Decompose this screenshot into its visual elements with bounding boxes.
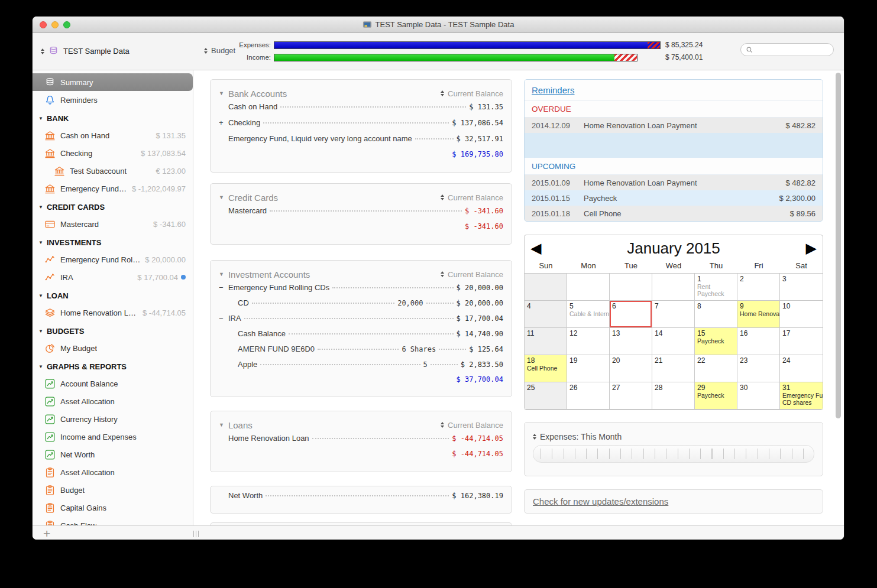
calendar-cell-1[interactable]: 1RentPaycheck	[695, 274, 737, 301]
calendar-cell-24[interactable]: 24	[780, 355, 823, 382]
row-prefix: −	[219, 314, 228, 323]
calendar-cell-8[interactable]: 8	[695, 301, 737, 328]
sidebar-item-summary[interactable]: Summary	[33, 73, 193, 91]
calendar-cell-10[interactable]: 10	[780, 301, 823, 328]
reminders-link[interactable]: Reminders	[532, 85, 575, 95]
add-account-button[interactable]: +	[43, 528, 50, 540]
expenses-month-header[interactable]: Expenses: This Month	[533, 430, 814, 444]
calendar-cell-3[interactable]: 3	[780, 274, 823, 301]
sidebar-item-mastercard[interactable]: Mastercard$ -341.60	[33, 215, 193, 233]
sidebar-section-graphs-reports[interactable]: ▼GRAPHS & REPORTS	[33, 358, 193, 375]
search-field[interactable]	[740, 43, 834, 56]
file-selector[interactable]: TEST Sample Data	[41, 46, 130, 57]
calendar-cell-19[interactable]: 19	[567, 355, 610, 382]
reminder-row[interactable]: 2015.01.18Cell Phone$ 89.56	[525, 206, 823, 221]
sidebar-item-emergency-fund[interactable]: Emergency Fund, ...$ -1,202,049.97	[33, 180, 193, 197]
calendar-cell-20[interactable]: 20	[610, 355, 652, 382]
calendar-cell-7[interactable]: 7	[652, 301, 695, 328]
calendar-cell-26[interactable]: 26	[567, 382, 610, 410]
calendar-cell-21[interactable]: 21	[652, 355, 695, 382]
sidebar-item-asset-allocation[interactable]: Asset Allocation	[33, 392, 193, 410]
calendar-cell-empty[interactable]	[610, 274, 652, 301]
sort-control[interactable]: Current Balance	[441, 421, 503, 430]
calendar-cell-5[interactable]: 5Cable & Intern	[567, 301, 610, 328]
sidebar-item-home-renovation-loan[interactable]: Home Renovation Loan$ -44,714.05	[33, 304, 193, 321]
calendar-cell-4[interactable]: 4	[525, 301, 567, 328]
sort-control[interactable]: Current Balance	[441, 193, 503, 202]
reminder-row[interactable]: 2015.01.09Home Renovation Loan Payment$ …	[525, 175, 823, 190]
calendar-cell-31[interactable]: 31Emergency FuCD shares	[780, 382, 823, 410]
reminder-row[interactable]: 2015.01.15Paycheck$ 2,300.00	[525, 190, 823, 206]
sidebar-item-budget[interactable]: Budget	[33, 481, 193, 499]
sidebar-section-credit-cards[interactable]: ▼CREDIT CARDS	[33, 199, 193, 215]
calendar-cell-17[interactable]: 17	[780, 328, 823, 355]
account-row-net-worth[interactable]: Net Worth$ 162,380.19	[219, 491, 503, 507]
sidebar-item-ira[interactable]: IRA$ 17,700.04	[33, 268, 193, 286]
calendar-cell-9[interactable]: 9Home Renova	[737, 301, 780, 328]
panel-header-investment-accounts[interactable]: ▼Investment AccountsCurrent Balance	[219, 265, 503, 283]
panel-header-loans[interactable]: ▼LoansCurrent Balance	[219, 416, 503, 434]
sidebar-section-budgets[interactable]: ▼BUDGETS	[33, 323, 193, 339]
panel-header-bank-accounts[interactable]: ▼Bank AccountsCurrent Balance	[219, 85, 503, 102]
panel-header-credit-cards[interactable]: ▼Credit CardsCurrent Balance	[219, 189, 503, 206]
sidebar-item-reminders[interactable]: Reminders	[33, 91, 193, 109]
sidebar-item-asset-allocation[interactable]: Asset Allocation	[33, 463, 193, 481]
account-row-emergency-fund-liquid-very-very-long-account-name[interactable]: Emergency Fund, Liquid very very long ac…	[219, 134, 503, 150]
calendar-cell-6[interactable]: 6	[610, 301, 652, 328]
reminder-row[interactable]: 2014.12.09Home Renovation Loan Payment$ …	[525, 118, 823, 133]
sidebar-section-investments[interactable]: ▼INVESTMENTS	[33, 234, 193, 251]
calendar-cell-2[interactable]: 2	[737, 274, 780, 301]
account-row-apple[interactable]: Apple5$ 2,833.50	[219, 360, 503, 375]
scrollbar-thumb[interactable]	[836, 73, 841, 418]
calendar-cell-13[interactable]: 13	[610, 328, 652, 355]
account-row-amern-fund-9e6d0[interactable]: AMERN FUND 9E6D06 Shares$ 125.64	[219, 345, 503, 360]
calendar-cell-23[interactable]: 23	[737, 355, 780, 382]
calendar-prev-button[interactable]: ◀	[530, 241, 541, 255]
calendar-cell-30[interactable]: 30	[737, 382, 780, 410]
account-row-checking[interactable]: +Checking$ 137,086.54	[219, 118, 503, 134]
calendar-cell-18[interactable]: 18Cell Phone	[525, 355, 567, 382]
check-updates-link[interactable]: Check for new updates/extensions	[533, 496, 668, 506]
sidebar-item-capital-gains[interactable]: Capital Gains	[33, 499, 193, 516]
calendar-cell-15[interactable]: 15Paycheck	[695, 328, 737, 355]
sidebar-section-bank[interactable]: ▼BANK	[33, 110, 193, 126]
calendar-cell-27[interactable]: 27	[610, 382, 652, 410]
search-input[interactable]	[756, 45, 829, 54]
sidebar-item-net-worth[interactable]: Net Worth	[33, 446, 193, 463]
account-row-home-renovation-loan[interactable]: Home Renovation Loan$ -44,714.05	[219, 434, 503, 450]
sidebar-item-test-subaccount[interactable]: Test Subaccount€ 123.00	[33, 162, 193, 180]
sidebar-item-checking[interactable]: Checking$ 137,083.54	[33, 144, 193, 162]
sidebar-item-currency-history[interactable]: Currency History	[33, 410, 193, 428]
sidebar-item-emergency-fund-rolli[interactable]: Emergency Fund Rolli...$ 20,000.00	[33, 251, 193, 268]
sidebar-item-my-budget[interactable]: My Budget	[33, 339, 193, 357]
close-button[interactable]	[40, 21, 47, 28]
minimize-button[interactable]	[51, 21, 59, 28]
sidebar-item-income-and-expenses[interactable]: Income and Expenses	[33, 428, 193, 446]
sidebar-item-account-balance[interactable]: Account Balance	[33, 375, 193, 392]
sidebar-resize-handle[interactable]	[193, 531, 199, 537]
calendar-cell-29[interactable]: 29Paycheck	[695, 382, 737, 410]
calendar-cell-11[interactable]: 11	[525, 328, 567, 355]
account-row-ira[interactable]: −IRA$ 17,700.04	[219, 314, 503, 329]
zoom-button[interactable]	[63, 21, 70, 28]
calendar-cell-28[interactable]: 28	[652, 382, 695, 410]
sidebar-item-cash-flow[interactable]: Cash Flow	[33, 516, 193, 525]
account-row-cash-balance[interactable]: Cash Balance$ 14,740.90	[219, 329, 503, 345]
account-row-cash-on-hand[interactable]: Cash on Hand$ 131.35	[219, 102, 503, 118]
account-row-mastercard[interactable]: Mastercard$ -341.60	[219, 206, 503, 222]
sort-control[interactable]: Current Balance	[441, 270, 503, 279]
account-row-cd[interactable]: CD20,000$ 20,000.00	[219, 298, 503, 314]
sidebar-section-loan[interactable]: ▼LOAN	[33, 287, 193, 304]
calendar-cell-empty[interactable]	[567, 274, 610, 301]
calendar-cell-25[interactable]: 25	[525, 382, 567, 410]
calendar-cell-16[interactable]: 16	[737, 328, 780, 355]
sort-control[interactable]: Current Balance	[441, 89, 503, 98]
account-row-emergency-fund-rolling-cds[interactable]: −Emergency Fund Rolling CDs$ 20,000.00	[219, 283, 503, 298]
calendar-cell-12[interactable]: 12	[567, 328, 610, 355]
calendar-cell-14[interactable]: 14	[652, 328, 695, 355]
sidebar-item-cash-on-hand[interactable]: Cash on Hand$ 131.35	[33, 126, 193, 144]
calendar-cell-empty[interactable]	[652, 274, 695, 301]
calendar-cell-empty[interactable]	[525, 274, 567, 301]
calendar-cell-22[interactable]: 22	[695, 355, 737, 382]
calendar-next-button[interactable]: ▶	[806, 241, 817, 255]
